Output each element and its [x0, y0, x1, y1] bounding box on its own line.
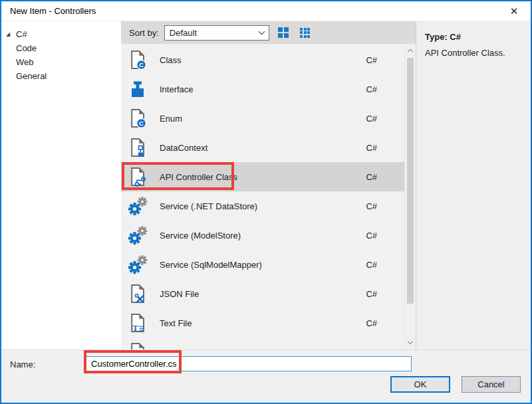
- list-item-language: C#: [366, 260, 377, 270]
- list-item-label: Interface: [160, 84, 366, 94]
- tree-item-label: C#: [16, 29, 27, 39]
- list-item[interactable]: CClassC#: [121, 45, 404, 74]
- cancel-button[interactable]: Cancel: [462, 376, 521, 393]
- medium-icons-icon: [278, 27, 289, 38]
- list-item[interactable]: InterfaceC#: [121, 74, 404, 104]
- list-item[interactable]: Service (SqlModelMapper)C#: [121, 250, 404, 279]
- footer-bar: Name: OK Cancel: [1, 350, 531, 401]
- list-item-language: C#: [366, 55, 377, 65]
- chevron-down-icon: [258, 28, 265, 35]
- tree-item-code[interactable]: Code: [1, 41, 121, 55]
- list-item[interactable]: API Controller ClassC#: [121, 162, 404, 191]
- tree-item-label: Code: [16, 43, 37, 53]
- tree-item-label: General: [16, 71, 47, 81]
- item-description: API Controller Class.: [425, 48, 531, 58]
- list-scrollbar[interactable]: [404, 44, 416, 350]
- list-item[interactable]: JSON FileC#: [121, 279, 404, 308]
- enum-icon: C: [127, 108, 148, 129]
- new-item-dialog: New Item - Controllers ✕ ◢C#CodeWebGener…: [0, 0, 532, 404]
- close-icon[interactable]: ✕: [504, 3, 524, 20]
- svg-text:C: C: [139, 120, 144, 127]
- list-item-language: C#: [366, 114, 377, 124]
- description-panel: Type: C# API Controller Class.: [416, 21, 531, 350]
- datacontext-icon: [127, 137, 148, 158]
- service-icon: [127, 225, 148, 246]
- class-icon: C: [127, 49, 148, 70]
- service-icon: [127, 195, 148, 217]
- template-list-panel: Sort by: Default CClassC#InterfaceC#CEnu…: [121, 21, 416, 350]
- text-file-icon: T: [127, 312, 148, 334]
- document-icon: [127, 342, 148, 350]
- list-item-language: C#: [366, 289, 377, 299]
- list-item[interactable]: Service (.NET DataStore)C#: [121, 191, 404, 221]
- list-item[interactable]: DataContextC#: [121, 133, 404, 162]
- dialog-title: New Item - Controllers: [10, 6, 504, 16]
- list-item-language: C#: [366, 318, 377, 328]
- svg-text:C: C: [139, 61, 144, 68]
- list-item-label: Service (ModelStore): [160, 231, 366, 241]
- scrollbar-thumb[interactable]: [407, 58, 414, 304]
- list-item[interactable]: TText FileC#: [121, 308, 404, 338]
- dialog-body: ◢C#CodeWebGeneral Sort by: Default CClas…: [1, 21, 531, 350]
- name-input[interactable]: [84, 356, 412, 371]
- tree-item-web[interactable]: Web: [1, 55, 121, 69]
- tree-expanded-icon[interactable]: ◢: [6, 27, 10, 41]
- list-item-label: Service (SqlModelMapper): [160, 260, 366, 270]
- list-item-label: Service (.NET DataStore): [160, 201, 366, 211]
- small-icons-icon: [300, 28, 310, 38]
- tree-item-general[interactable]: General: [1, 69, 121, 83]
- list-item-label: Class: [160, 55, 366, 65]
- list-item-language: C#: [366, 84, 377, 94]
- list-item-language: C#: [366, 143, 377, 153]
- list-item-label: Text File: [160, 318, 366, 328]
- sort-toolbar: Sort by: Default: [121, 21, 416, 44]
- list-item-label: JSON File: [160, 289, 366, 299]
- list-item-language: C#: [366, 201, 377, 211]
- scroll-down-icon[interactable]: [405, 337, 416, 348]
- tree-item-c[interactable]: ◢C#: [1, 27, 121, 41]
- service-icon: [127, 254, 148, 275]
- scroll-up-icon[interactable]: [405, 45, 416, 56]
- list-item[interactable]: [121, 338, 404, 350]
- list-item[interactable]: Service (ModelStore)C#: [121, 221, 404, 250]
- sort-dropdown[interactable]: Default: [164, 25, 269, 41]
- name-label: Name:: [10, 359, 35, 369]
- list-item-label: API Controller Class: [160, 172, 366, 182]
- list-item[interactable]: CEnumC#: [121, 104, 404, 133]
- api-controller-icon: [127, 166, 148, 187]
- list-item-language: C#: [366, 172, 377, 182]
- sort-by-label: Sort by:: [129, 28, 159, 38]
- json-file-icon: [127, 283, 148, 304]
- ok-button[interactable]: OK: [390, 376, 450, 393]
- sort-dropdown-value: Default: [170, 28, 259, 38]
- svg-text:T: T: [132, 323, 138, 333]
- small-icons-view-button[interactable]: [297, 25, 313, 40]
- template-items: CClassC#InterfaceC#CEnumC#DataContextC#A…: [121, 44, 404, 350]
- category-tree: ◢C#CodeWebGeneral: [1, 21, 121, 350]
- title-bar: New Item - Controllers ✕: [1, 1, 531, 21]
- template-list: CClassC#InterfaceC#CEnumC#DataContextC#A…: [121, 44, 416, 350]
- tree-item-label: Web: [16, 57, 34, 67]
- medium-icons-view-button[interactable]: [275, 25, 291, 40]
- list-item-label: Enum: [160, 114, 366, 124]
- list-item-label: DataContext: [160, 143, 366, 153]
- list-item-language: C#: [366, 231, 377, 241]
- type-label: Type: C#: [425, 32, 531, 42]
- interface-icon: [127, 78, 148, 100]
